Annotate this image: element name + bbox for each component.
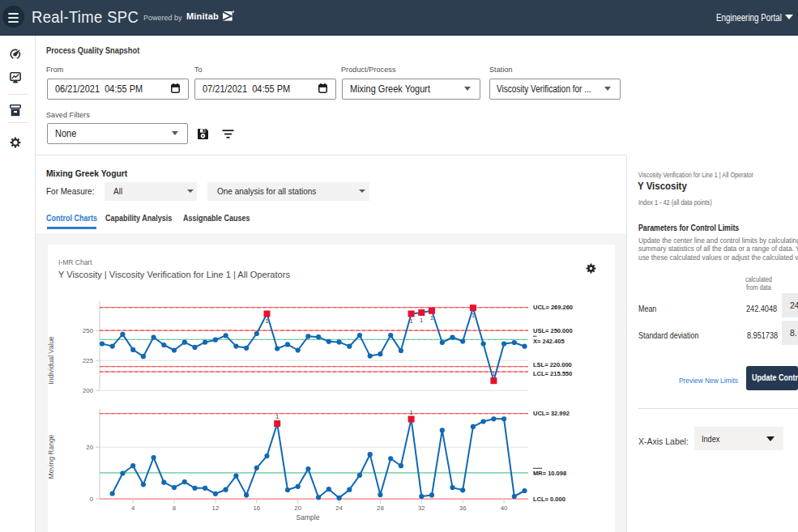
svg-text:X= 242.405: X= 242.405: [533, 338, 565, 345]
svg-text:1: 1: [492, 371, 495, 377]
svg-text:1: 1: [420, 317, 423, 323]
svg-text:36: 36: [459, 504, 467, 512]
svg-text:24: 24: [335, 504, 343, 512]
svg-text:I-MR Chart: I-MR Chart: [58, 258, 92, 266]
svg-text:Individual Value: Individual Value: [48, 336, 55, 385]
svg-text:LCL= 0.000: LCL= 0.000: [533, 496, 565, 503]
svg-text:LCL= 215.550: LCL= 215.550: [533, 370, 572, 377]
svg-text:USL= 250.000: USL= 250.000: [533, 327, 573, 334]
svg-text:20: 20: [86, 444, 93, 451]
svg-text:UCL= 32.992: UCL= 32.992: [533, 410, 570, 417]
svg-text:40: 40: [501, 504, 508, 512]
svg-text:200: 200: [83, 387, 94, 394]
svg-text:32: 32: [418, 504, 425, 512]
svg-text:20: 20: [294, 504, 301, 512]
svg-text:16: 16: [253, 504, 260, 512]
svg-text:UCL= 269.260: UCL= 269.260: [533, 304, 573, 311]
svg-text:1: 1: [410, 318, 413, 324]
svg-text:Sample: Sample: [297, 513, 320, 521]
svg-text:4: 4: [131, 504, 135, 512]
svg-text:1: 1: [410, 410, 413, 415]
svg-text:1: 1: [430, 315, 433, 321]
svg-text:MR= 10.098: MR= 10.098: [533, 470, 566, 477]
svg-text:1: 1: [472, 313, 475, 318]
svg-text:Y Viscosity | Viscosity Verifi: Y Viscosity | Viscosity Verification for…: [58, 270, 290, 279]
svg-text:1: 1: [275, 414, 279, 419]
svg-text:0: 0: [90, 496, 94, 503]
svg-text:28: 28: [377, 504, 384, 512]
svg-text:12: 12: [212, 504, 220, 512]
svg-text:LSL= 220.000: LSL= 220.000: [533, 361, 572, 368]
svg-text:Moving Range: Moving Range: [48, 434, 55, 479]
svg-text:8: 8: [173, 504, 176, 512]
svg-text:1: 1: [266, 318, 269, 324]
svg-text:225: 225: [83, 357, 94, 364]
svg-text:250: 250: [83, 327, 94, 334]
